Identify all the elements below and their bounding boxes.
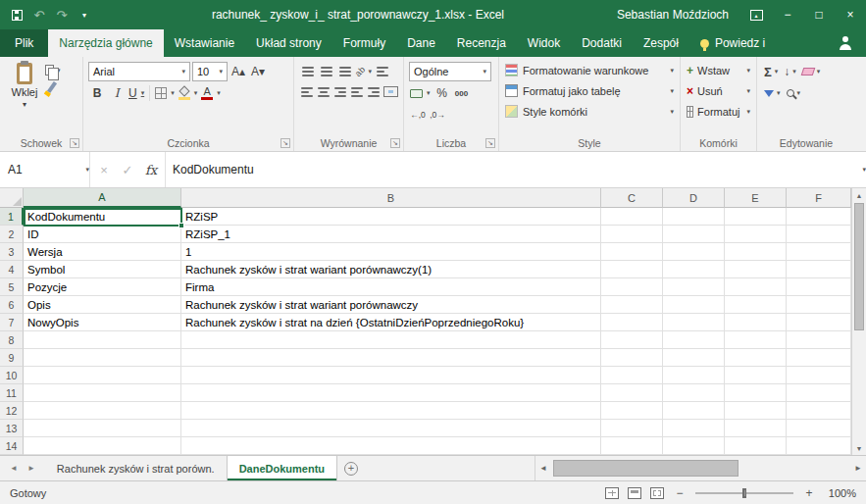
cell-A9[interactable] — [24, 349, 181, 367]
cell-C3[interactable] — [601, 243, 663, 261]
row-header-4[interactable]: 4 — [0, 261, 24, 278]
cell-E1[interactable] — [725, 208, 787, 226]
cell-E7[interactable] — [725, 314, 787, 331]
dialog-launcher-icon[interactable]: ↘ — [485, 138, 495, 148]
cell-F5[interactable] — [787, 278, 851, 296]
cell-C1[interactable] — [601, 208, 663, 226]
align-center-button[interactable] — [316, 82, 331, 101]
qat-customize-button[interactable]: ▾ — [74, 4, 95, 25]
cell-E6[interactable] — [725, 296, 787, 314]
cell-E8[interactable] — [725, 331, 787, 349]
cell-A8[interactable] — [24, 331, 181, 349]
cell-A14[interactable] — [24, 437, 181, 455]
close-button[interactable]: × — [835, 0, 866, 29]
minimize-button[interactable]: − — [772, 0, 803, 29]
orientation-button[interactable]: ab▾ — [355, 62, 372, 80]
cell-D4[interactable] — [663, 261, 725, 278]
zoom-slider[interactable] — [695, 492, 793, 494]
row-header-3[interactable]: 3 — [0, 243, 24, 261]
column-header-c[interactable]: C — [601, 188, 663, 208]
insert-cells-button[interactable]: +Wstaw▾ — [685, 60, 752, 80]
increase-decimal-button[interactable]: ←,0 — [409, 105, 427, 125]
row-header-8[interactable]: 8 — [0, 331, 24, 349]
format-cells-button[interactable]: Formatuj▾ — [685, 101, 752, 122]
vertical-scroll-thumb[interactable] — [854, 203, 864, 330]
tab-formuly[interactable]: Formuły — [332, 29, 396, 57]
bold-button[interactable]: B — [88, 83, 106, 103]
cell-F10[interactable] — [787, 367, 851, 384]
horizontal-scroll-thumb[interactable] — [553, 460, 739, 477]
cell-E10[interactable] — [725, 367, 787, 384]
align-middle-button[interactable] — [318, 62, 334, 80]
sheet-nav-left-icon[interactable]: ◄ — [10, 464, 18, 473]
cell-A4[interactable]: Symbol — [24, 261, 181, 278]
cell-B11[interactable] — [181, 384, 601, 402]
paste-button[interactable]: Wklej ▾ — [4, 60, 45, 109]
decrease-font-button[interactable]: A▾ — [249, 62, 267, 81]
formula-bar-expand-button[interactable]: ▾ — [846, 152, 866, 187]
format-as-table-button[interactable]: Formatuj jako tabelę▾ — [503, 80, 676, 101]
find-select-button[interactable]: ▾ — [785, 83, 803, 103]
italic-button[interactable]: I — [108, 83, 126, 103]
cell-A3[interactable]: Wersja — [24, 243, 181, 261]
cell-E11[interactable] — [725, 384, 787, 402]
cell-C9[interactable] — [601, 349, 663, 367]
enter-button[interactable]: ✓ — [116, 163, 139, 177]
cell-F9[interactable] — [787, 349, 851, 367]
cell-styles-button[interactable]: Style komórki▾ — [503, 101, 676, 122]
horizontal-scrollbar[interactable]: ◄ ► — [535, 456, 866, 480]
page-layout-view-button[interactable] — [628, 487, 641, 499]
cell-B6[interactable]: Rachunek zysków i strat wariant porównaw… — [181, 296, 601, 314]
format-painter-button[interactable] — [45, 81, 61, 93]
dialog-launcher-icon[interactable]: ↘ — [70, 138, 79, 148]
cell-E5[interactable] — [725, 278, 787, 296]
font-size-select[interactable]: 10▾ — [192, 62, 228, 81]
zoom-out-button[interactable]: − — [673, 486, 687, 500]
cell-F7[interactable] — [787, 314, 851, 331]
row-header-9[interactable]: 9 — [0, 349, 24, 367]
autosum-button[interactable]: Σ▾ — [762, 62, 780, 81]
cell-C6[interactable] — [601, 296, 663, 314]
cell-E13[interactable] — [725, 420, 787, 437]
dialog-launcher-icon[interactable]: ↘ — [390, 138, 400, 148]
borders-button[interactable]: ▾ — [154, 83, 176, 103]
row-header-2[interactable]: 2 — [0, 226, 24, 243]
conditional-formatting-button[interactable]: Formatowanie warunkowe▾ — [503, 60, 676, 80]
cell-F1[interactable] — [787, 208, 851, 226]
percent-format-button[interactable]: % — [433, 83, 451, 103]
cell-C8[interactable] — [601, 331, 663, 349]
align-left-button[interactable] — [299, 82, 314, 101]
cell-D6[interactable] — [663, 296, 725, 314]
cell-E14[interactable] — [725, 437, 787, 455]
column-header-e[interactable]: E — [725, 188, 787, 208]
fill-button[interactable]: ↓▾ — [782, 62, 798, 81]
column-header-f[interactable]: F — [787, 188, 851, 208]
cell-C7[interactable] — [601, 314, 663, 331]
row-header-5[interactable]: 5 — [0, 278, 24, 296]
cell-F12[interactable] — [787, 402, 851, 420]
delete-cells-button[interactable]: ×Usuń▾ — [685, 80, 752, 101]
name-box-dropdown[interactable]: ▾ — [73, 152, 90, 187]
column-header-a[interactable]: A — [24, 188, 181, 208]
cell-B3[interactable]: 1 — [181, 243, 601, 261]
align-top-button[interactable] — [299, 62, 316, 80]
cell-B12[interactable] — [181, 402, 601, 420]
tab-dodatki[interactable]: Dodatki — [571, 29, 633, 57]
cell-B14[interactable] — [181, 437, 601, 455]
comma-format-button[interactable]: 000 — [453, 83, 471, 103]
formula-input[interactable]: KodDokumentu — [166, 152, 846, 187]
cell-D7[interactable] — [663, 314, 725, 331]
ribbon-display-options-button[interactable]: ▴ — [740, 0, 772, 29]
align-bottom-button[interactable] — [336, 62, 353, 80]
account-name[interactable]: Sebastian Moździoch — [617, 8, 729, 22]
cell-C13[interactable] — [601, 420, 663, 437]
row-header-11[interactable]: 11 — [0, 384, 24, 402]
cell-B9[interactable] — [181, 349, 601, 367]
cell-A11[interactable] — [24, 384, 181, 402]
row-header-1[interactable]: 1 — [0, 208, 24, 226]
row-header-7[interactable]: 7 — [0, 314, 24, 331]
cell-A6[interactable]: Opis — [24, 296, 181, 314]
cell-B2[interactable]: RZiSP_1 — [181, 226, 601, 243]
cell-F6[interactable] — [787, 296, 851, 314]
sheet-tab-rachunek[interactable]: Rachunek zysków i strat porówn. — [45, 456, 228, 480]
